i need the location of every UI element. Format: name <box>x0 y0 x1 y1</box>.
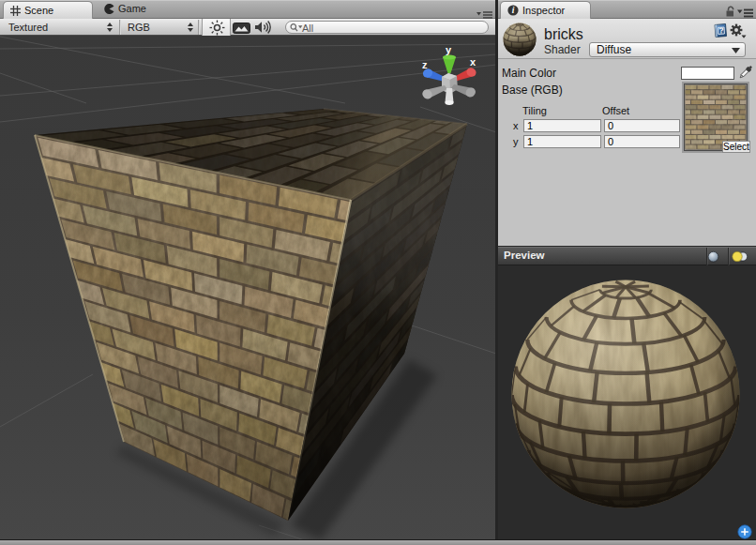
svg-text:y: y <box>446 44 452 55</box>
svg-text:x: x <box>470 56 476 68</box>
svg-text:?: ? <box>718 25 724 35</box>
svg-text:z: z <box>422 59 428 70</box>
svg-text:i: i <box>512 6 515 15</box>
